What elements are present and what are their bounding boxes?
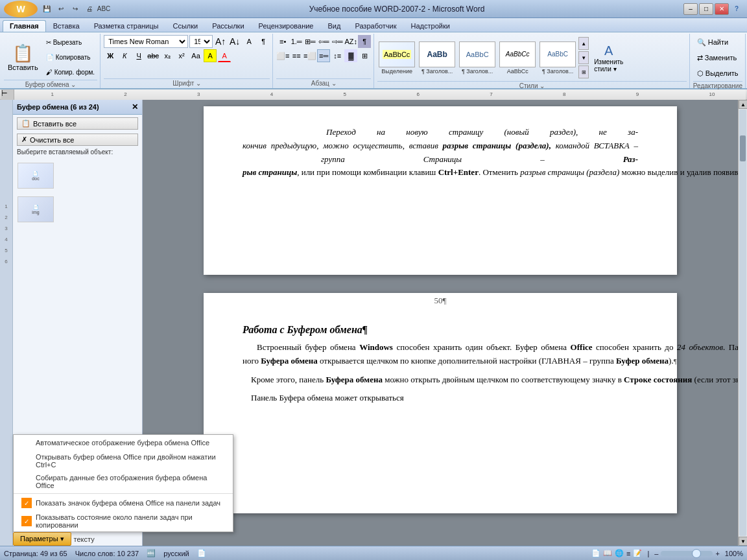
justify-button[interactable]: ≡═ <box>317 49 330 62</box>
format-painter-button[interactable]: 🖌 Копир. форм. <box>43 65 98 79</box>
tab-references[interactable]: Ссылки <box>165 20 205 32</box>
params-button[interactable]: Параметры ▾ <box>13 532 71 546</box>
style-item-h2[interactable]: AaBbC ¶ Заголов... <box>458 40 497 76</box>
font-shrink-button[interactable]: A↓ <box>228 35 241 48</box>
view-outline-button[interactable]: ≡ <box>626 550 630 557</box>
view-reading-button[interactable]: 📖 <box>603 549 612 557</box>
change-styles-btn[interactable]: A Изменитьстили ▾ <box>590 41 627 75</box>
superscript-button[interactable]: x² <box>175 49 188 62</box>
zoom-percent[interactable]: 100% <box>725 550 743 557</box>
tab-review[interactable]: Рецензирование <box>252 20 321 32</box>
numbering-button[interactable]: 1.═ <box>290 35 303 48</box>
decrease-indent-button[interactable]: ⇦═ <box>317 35 330 48</box>
style-item-h3[interactable]: AaBbC ¶ Заголов... <box>538 40 577 76</box>
select-button[interactable]: ⬡ Выделить <box>693 66 742 80</box>
scroll-thumb[interactable] <box>740 135 746 161</box>
line-spacing-button[interactable]: ↕≡ <box>331 49 344 62</box>
tab-view[interactable]: Вид <box>321 20 348 32</box>
spelling-qa-button[interactable]: ABC <box>97 3 110 15</box>
style-item-default[interactable]: AaBbCc Выделение <box>377 40 416 76</box>
align-left-button[interactable]: ⬜≡ <box>276 49 289 62</box>
multilevel-button[interactable]: ⊞═ <box>303 35 316 48</box>
font-case-button[interactable]: Аа <box>189 49 202 62</box>
change-styles-icon: A <box>604 43 613 58</box>
vertical-scrollbar[interactable]: ▲ ▼ <box>738 100 747 546</box>
dropdown-menu: Автоматическое отображение буфера обмена… <box>13 434 233 532</box>
dropdown-item-5[interactable]: ✓ Показывать состояние около панели зада… <box>14 511 233 531</box>
tab-mailings[interactable]: Рассылки <box>205 20 251 32</box>
dropdown-item-1[interactable]: Автоматическое отображение буфера обмена… <box>14 435 233 450</box>
replace-button[interactable]: ⇄ Заменить <box>693 51 741 65</box>
style-item-h1[interactable]: AaBb ¶ Заголов... <box>418 40 456 76</box>
dropdown-item-3[interactable]: Собирать данные без отображения буфера о… <box>14 471 233 492</box>
spell-check-icon[interactable]: 🔤 <box>147 549 156 557</box>
show-marks-button[interactable]: ¶ <box>358 35 371 48</box>
increase-indent-button[interactable]: ⇨═ <box>331 35 344 48</box>
zoom-out-button[interactable]: – <box>654 550 658 557</box>
shading-button[interactable]: ▓ <box>344 49 357 62</box>
panel-close-button[interactable]: ✕ <box>132 102 138 111</box>
align-center-button[interactable]: ≡≡ <box>290 49 303 62</box>
bullets-button[interactable]: ≡• <box>276 35 289 48</box>
scroll-track[interactable] <box>739 110 746 536</box>
print-qa-button[interactable]: 🖨 <box>83 3 96 15</box>
dropdown-item-4[interactable]: ✓ Показать значок буфера обмена Office н… <box>14 495 233 511</box>
paragraph-group-label: Абзац ⌄ <box>276 78 371 88</box>
scroll-down-button[interactable]: ▼ <box>739 537 747 546</box>
zoom-thumb[interactable] <box>692 549 701 558</box>
paste-button[interactable]: 📋 Вставить <box>4 42 42 73</box>
minimize-button[interactable]: – <box>683 3 698 15</box>
tab-insert[interactable]: Вставка <box>46 20 87 32</box>
font-expand-icon[interactable]: ⌄ <box>196 80 201 87</box>
close-button[interactable]: ✕ <box>715 3 729 15</box>
save-qa-button[interactable]: 💾 <box>40 3 53 15</box>
view-normal-button[interactable]: 📄 <box>591 549 600 557</box>
borders-button[interactable]: ⊞ <box>358 49 371 62</box>
cut-button[interactable]: ✂ Вырезать <box>43 35 98 49</box>
copy-button[interactable]: 📄 Копировать <box>43 50 98 64</box>
zoom-slider[interactable] <box>661 551 713 556</box>
subscript-button[interactable]: x₂ <box>161 49 174 62</box>
paste-all-button[interactable]: 📋 Вставить все <box>17 117 138 130</box>
font-grow-button[interactable]: A↑ <box>214 35 227 48</box>
show-formatting-button[interactable]: ¶ <box>257 35 270 48</box>
office-button[interactable]: W <box>4 1 38 18</box>
ruler-corner[interactable]: ⊢ <box>1 89 14 100</box>
font-clear-button[interactable]: A <box>243 35 255 48</box>
paragraph-expand-icon[interactable]: ⌄ <box>331 80 337 87</box>
scroll-up-button[interactable]: ▲ <box>739 100 747 109</box>
align-right-button[interactable]: ≡⬜ <box>303 49 316 62</box>
zoom-in-button[interactable]: + <box>715 550 719 557</box>
styles-scroll-down[interactable]: ▼ <box>578 51 589 64</box>
strikethrough-button[interactable]: abc <box>147 49 160 62</box>
clear-all-button[interactable]: ✗ Очистить все <box>17 134 138 146</box>
italic-button[interactable]: К <box>118 49 131 62</box>
sort-button[interactable]: AZ↕ <box>344 35 357 48</box>
view-web-button[interactable]: 🌐 <box>615 549 624 557</box>
redo-qa-button[interactable]: ↪ <box>69 3 82 15</box>
tab-home[interactable]: Главная <box>3 20 46 32</box>
styles-more[interactable]: ⊞ <box>578 65 589 78</box>
underline-button[interactable]: Ч <box>132 49 145 62</box>
font-name-selector[interactable]: Times New Roman <box>104 35 188 48</box>
clipboard-item-2[interactable]: 📄img <box>14 193 141 226</box>
find-button[interactable]: 🔍 Найти <box>693 35 732 49</box>
text-highlight-button[interactable]: A <box>204 49 217 62</box>
undo-qa-button[interactable]: ↩ <box>54 3 67 15</box>
maximize-button[interactable]: □ <box>699 3 713 15</box>
clipboard-expand-icon[interactable]: ⌄ <box>71 81 76 88</box>
styles-scroll-up[interactable]: ▲ <box>578 37 589 50</box>
view-draft-button[interactable]: 📝 <box>633 549 642 557</box>
clipboard-item-1[interactable]: 📄doc <box>14 159 141 192</box>
styles-expand-icon[interactable]: ⌄ <box>540 82 545 89</box>
font-size-selector[interactable]: 15 <box>189 35 213 48</box>
tab-page-layout[interactable]: Разметка страницы <box>87 20 166 32</box>
dropdown-item-2[interactable]: Открывать буфер обмена Office при двойно… <box>14 450 233 471</box>
font-color-button[interactable]: A <box>218 49 231 62</box>
help-button[interactable]: ? <box>730 3 743 15</box>
tab-developer[interactable]: Разработчик <box>348 20 403 32</box>
bold-button[interactable]: Ж <box>104 49 117 62</box>
style-item-normal[interactable]: AaBbCc AaBbCc <box>498 40 537 76</box>
styles-scroll-buttons: ▲ ▼ ⊞ <box>578 37 589 78</box>
tab-addins[interactable]: Надстройки <box>404 20 457 32</box>
